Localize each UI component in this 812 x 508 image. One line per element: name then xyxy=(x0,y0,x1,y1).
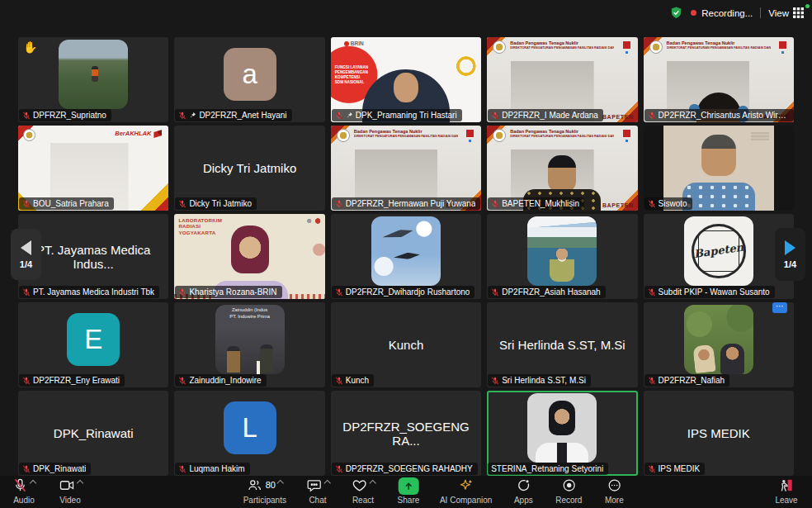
participant-tile[interactable]: ⋯ DP2FRZR_Nafiah xyxy=(644,302,794,387)
name-label: DPK_Pramaning Tri Hastari xyxy=(332,109,462,121)
virtual-bg-title: Badan Pengawas Tenaga Nuklir xyxy=(354,129,423,134)
participant-name: DP2FRZR_Hermawan Puji Yuwana xyxy=(346,199,476,208)
participant-tile[interactable]: Badan Pengawas Tenaga Nuklir DIREKTORAT … xyxy=(487,126,637,211)
name-label: Luqman Hakim xyxy=(175,463,249,475)
participant-name: Dicky Tri Jatmiko xyxy=(189,199,252,208)
participant-name: DP2FRZR_Eny Erawati xyxy=(33,376,120,385)
share-label: Share xyxy=(398,496,420,505)
avatar-letter: L xyxy=(224,401,276,454)
apps-button[interactable]: Apps xyxy=(509,477,537,505)
participant-tile[interactable]: Bapeten Subdit PKIP - Wawan Susanto xyxy=(644,214,794,299)
participant-tile[interactable]: Kunch Kunch xyxy=(331,302,481,387)
mic-muted-icon xyxy=(491,288,499,297)
video-label: Video xyxy=(59,496,80,505)
status-dot xyxy=(805,4,810,8)
more-icon xyxy=(606,477,622,493)
participant-tile[interactable]: Badan Pengawas Tenaga Nuklir DIREKTORAT … xyxy=(331,126,481,211)
participant-name: BOU_Satria Prahara xyxy=(33,199,109,208)
avatar xyxy=(684,305,753,374)
chevron-up-icon[interactable] xyxy=(277,480,284,487)
participant-tile[interactable]: a DP2FRZR_Anet Hayani xyxy=(174,37,324,122)
chevron-left-icon xyxy=(21,240,31,255)
avatar xyxy=(527,393,597,463)
view-button[interactable]: View xyxy=(768,7,804,18)
name-label: IPS MEDIK xyxy=(644,463,706,475)
avatar xyxy=(59,40,128,109)
security-shield-icon[interactable] xyxy=(669,6,683,20)
virtual-bg-subtitle: DIREKTORAT PENGATURAN PENGAWASAN FASILIT… xyxy=(510,46,614,50)
chevron-up-icon[interactable] xyxy=(30,480,36,487)
participants-label: Participants xyxy=(243,496,286,505)
name-label: Kharistya Rozana-BRIN xyxy=(175,286,281,298)
next-page-button[interactable]: 1/4 xyxy=(775,228,805,281)
participant-tile[interactable]: DPK_Rinawati DPK_Rinawati xyxy=(18,391,168,476)
mic-muted-icon xyxy=(22,377,31,385)
name-label: DP2FRZR_Dwihardjo Rushartono xyxy=(332,286,475,298)
participant-tile[interactable]: DP2FRZR_Dwihardjo Rushartono xyxy=(331,214,481,299)
pin-icon xyxy=(346,112,353,119)
participant-tile[interactable]: LABORATORIUM RADIASI YOGYAKARTA Kharisty… xyxy=(174,214,324,299)
avatar: Zainuddin (Indus PT. Indowire Prima xyxy=(215,305,285,374)
chat-icon xyxy=(305,477,322,493)
apps-icon xyxy=(515,477,531,493)
mic-muted-icon xyxy=(178,112,186,120)
more-button[interactable]: More xyxy=(600,477,628,505)
name-label: Kunch xyxy=(332,374,374,387)
avatar-letter: E xyxy=(67,313,120,366)
participant-tile[interactable]: STERINA_Retnaning Setyorini xyxy=(487,391,637,476)
participant-tile[interactable]: Siswoto xyxy=(644,126,794,211)
recording-indicator[interactable]: Recording... xyxy=(691,8,753,18)
participant-name: DP2FRZR_Anet Hayani xyxy=(199,111,286,120)
name-label: Dicky Tri Jatmiko xyxy=(175,197,257,210)
chevron-up-icon[interactable] xyxy=(323,480,330,487)
share-button[interactable]: Share xyxy=(394,477,423,505)
divider xyxy=(760,7,761,18)
participant-tile[interactable]: Badan Pengawas Tenaga Nuklir DIREKTORAT … xyxy=(644,37,794,122)
name-label: DP2FRZR_SOEGENG RAHADHY xyxy=(332,463,478,475)
chevron-right-icon xyxy=(785,240,795,255)
leave-button[interactable]: Leave xyxy=(772,477,800,505)
participant-tile[interactable]: DP2FRZR_Asiah Hasanah xyxy=(487,214,637,299)
virtual-bg-subtitle: DIREKTORAT PENGATURAN PENGAWASAN FASILIT… xyxy=(510,135,614,138)
participant-name: STERINA_Retnaning Setyorini xyxy=(491,464,603,473)
chevron-up-icon[interactable] xyxy=(369,480,375,487)
participant-tile[interactable]: IPS MEDIK IPS MEDIK xyxy=(644,391,794,476)
page-indicator: 1/4 xyxy=(784,259,796,269)
participant-tile[interactable]: ✋ DPFRZR_Supriatno xyxy=(18,37,168,122)
participant-tile[interactable]: Badan Pengawas Tenaga Nuklir DIREKTORAT … xyxy=(487,37,637,122)
participant-name: IPS MEDIK xyxy=(659,464,701,473)
virtual-bg-logo: BRIN xyxy=(344,40,364,46)
participant-tile[interactable]: E DP2FRZR_Eny Erawati xyxy=(18,302,168,387)
participants-button[interactable]: 80 Participants xyxy=(243,477,286,505)
participant-name: DPK_Rinawati xyxy=(33,464,86,473)
chat-button[interactable]: Chat xyxy=(304,477,332,505)
avatar-letter: a xyxy=(224,48,276,101)
audio-button[interactable]: Audio xyxy=(10,477,38,505)
pin-icon xyxy=(189,112,196,119)
tile-more-button[interactable]: ⋯ xyxy=(772,302,787,313)
participant-tile[interactable]: Zainuddin (Indus PT. Indowire Prima Zain… xyxy=(174,302,324,387)
participant-tile[interactable]: FUNGSI LAYANAN PENGEMBANGAN KOMPETENSI S… xyxy=(331,37,481,122)
participant-name: DPFRZR_Supriatno xyxy=(33,111,106,120)
mic-muted-icon xyxy=(22,465,31,473)
name-label: Siswoto xyxy=(644,197,692,210)
ai-companion-button[interactable]: AI Companion xyxy=(440,477,492,505)
participants-count: 80 xyxy=(266,480,276,490)
participant-tile[interactable]: DP2FRZR_SOEGENG RA... DP2FRZR_SOEGENG RA… xyxy=(331,391,481,476)
participant-tile[interactable]: BerAKHLAK BOU_Satria Prahara xyxy=(18,126,168,211)
avatar-caption: Zainuddin (Indus xyxy=(215,307,285,312)
participant-name: Siswoto xyxy=(659,199,687,208)
participant-tile[interactable]: L Luqman Hakim xyxy=(174,391,324,476)
mic-muted-icon xyxy=(22,200,31,208)
chevron-up-icon[interactable] xyxy=(76,480,83,487)
video-button[interactable]: Video xyxy=(56,477,84,505)
participant-name: BAPETEN_Mukhlisin xyxy=(502,199,579,208)
more-label: More xyxy=(605,496,624,505)
participant-tile[interactable]: Sri Herlinda S.ST, M.Si Sri Herlinda S.S… xyxy=(487,302,637,387)
name-label: DP2FRZR_Nafiah xyxy=(644,374,730,387)
avatar xyxy=(527,216,597,286)
react-button[interactable]: React xyxy=(349,477,377,505)
participant-tile[interactable]: Dicky Tri Jatmiko Dicky Tri Jatmiko xyxy=(174,126,324,211)
record-button[interactable]: Record xyxy=(555,477,583,505)
prev-page-button[interactable]: 1/4 xyxy=(11,229,41,280)
